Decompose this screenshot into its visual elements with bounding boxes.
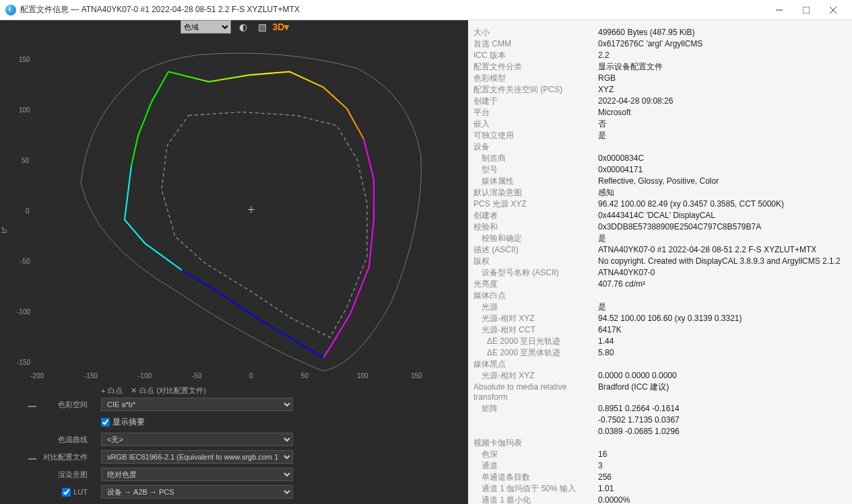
svg-text:100: 100 xyxy=(19,106,30,114)
svg-text:150: 150 xyxy=(19,56,30,63)
info-value: 96.42 100.00 82.49 (xy 0.3457 0.3585, CC… xyxy=(598,199,847,209)
chart-toolbar: 色域 ◐ ▧ 3D▾ xyxy=(0,20,468,34)
info-row: 色深16 xyxy=(473,449,847,460)
gamut-chart[interactable]: b* -200-150-100-50050100150 -150-100-500… xyxy=(0,34,468,379)
svg-rect-1 xyxy=(803,7,810,13)
info-value: 0x0000834C xyxy=(598,153,847,164)
info-key: 矩阵 xyxy=(473,404,598,414)
close-button[interactable] xyxy=(820,0,847,20)
info-key xyxy=(473,415,598,425)
rendering-intent-label: 渲染意图 xyxy=(37,470,94,480)
info-row: 校验和确定是 xyxy=(473,233,847,244)
info-value: 0.8951 0.2664 -0.1614 xyxy=(598,404,847,414)
info-value: 3 xyxy=(598,461,847,471)
info-key: 校验和 xyxy=(473,222,598,232)
rendering-intent-select[interactable]: 绝对色度 xyxy=(101,468,293,481)
profile-gamut-right xyxy=(323,139,374,358)
direction-select[interactable]: 设备 → A2B → PCS xyxy=(101,485,293,499)
info-value: 2.2 xyxy=(598,50,847,61)
info-row: ICC 版本2.2 xyxy=(473,50,847,61)
info-key: 色彩模型 xyxy=(473,73,598,83)
info-value: No copyright. Created with DisplayCAL 3.… xyxy=(598,256,847,266)
info-key: 首选 CMM xyxy=(473,39,598,49)
info-key: 描述 (ASCII) xyxy=(473,245,598,255)
info-key: 通道 xyxy=(473,461,598,471)
info-key: 版权 xyxy=(473,256,598,266)
compare-profile-select[interactable]: sRGB IEC61966-2.1 (Equivalent to www.srg… xyxy=(101,450,293,464)
info-row: 视频卡伽玛表 xyxy=(473,437,847,449)
info-value: 16 xyxy=(598,449,847,460)
info-key: 配置文件分类 xyxy=(473,62,598,72)
info-value: Microsoft xyxy=(598,108,847,118)
info-row: 首选 CMM0x6172676C 'argl' ArgyllCMS xyxy=(473,38,847,50)
svg-text:-100: -100 xyxy=(138,372,152,380)
svg-text:-50: -50 xyxy=(20,258,30,265)
info-value: 0x00004171 xyxy=(598,165,847,175)
info-row: -0.7502 1.7135 0.0367 xyxy=(473,415,847,426)
3d-toggle[interactable]: 3D▾ xyxy=(274,20,288,34)
info-row: PCS 光源 XYZ96.42 100.00 82.49 (xy 0.3457 … xyxy=(473,199,847,210)
info-key: 创建于 xyxy=(473,96,598,106)
info-value: 0.0000 0.0000 0.0000 xyxy=(598,371,847,381)
info-key: 设备 xyxy=(473,142,598,152)
info-key: 默认渲染意图 xyxy=(473,188,598,198)
info-key: 媒体黑点 xyxy=(473,359,598,369)
info-row: 媒体黑点 xyxy=(473,359,847,370)
info-key: ΔE 2000 至日光轨迹 xyxy=(473,336,598,347)
colorspace-label: 色彩空间 xyxy=(37,400,94,410)
info-key: 通道 1 最小化 xyxy=(473,495,598,504)
info-value: XYZ xyxy=(598,85,847,95)
info-value: RGB xyxy=(598,73,847,83)
info-value: -0.7502 1.7135 0.0367 xyxy=(598,415,847,425)
lut-checkbox[interactable] xyxy=(62,488,71,497)
info-value: 0.0389 -0.0685 1.0296 xyxy=(598,427,847,437)
info-key: 型号 xyxy=(473,165,598,175)
info-row: 矩阵0.8951 0.2664 -0.1614 xyxy=(473,403,847,415)
info-key: Absolute to media relative transform xyxy=(473,382,598,402)
info-value xyxy=(598,438,847,448)
info-key: 光源-相对 XYZ xyxy=(473,314,598,324)
show-summary-checkbox[interactable]: 显示摘要 xyxy=(101,417,145,428)
image-icon[interactable]: ▧ xyxy=(255,20,269,34)
svg-text:50: 50 xyxy=(301,372,309,380)
svg-text:50: 50 xyxy=(22,157,30,164)
info-row: 0.0389 -0.0685 1.0296 xyxy=(473,426,847,437)
help-icon[interactable]: ◐ xyxy=(236,20,250,34)
profile-info-panel[interactable]: 大小499660 Bytes (487.95 KiB)首选 CMM0x61726… xyxy=(468,20,852,504)
info-row: 光源-相对 XYZ94.52 100.00 106.60 (xy 0.3139 … xyxy=(473,313,847,324)
info-value: 显示设备配置文件 xyxy=(598,62,847,72)
colorspace-select[interactable]: CIE a*b* xyxy=(101,398,293,411)
svg-text:-50: -50 xyxy=(192,372,202,380)
info-value: 是 xyxy=(598,131,847,141)
info-value: ATNA40YK07-0 xyxy=(598,268,847,278)
info-key: 单通道条目数 xyxy=(473,472,598,482)
info-row: 光源-相对 CCT6417K xyxy=(473,324,847,336)
info-row: 型号0x00004171 xyxy=(473,164,847,176)
info-row: 单通道条目数256 xyxy=(473,472,847,483)
info-key: ΔE 2000 至黑体轨迹 xyxy=(473,348,598,358)
info-value: 感知 xyxy=(598,188,847,198)
info-key: ICC 版本 xyxy=(473,50,598,61)
info-value: 2022-04-28 09:08:26 xyxy=(598,96,847,106)
info-row: 配置文件分类显示设备配置文件 xyxy=(473,61,847,73)
minimize-button[interactable] xyxy=(766,0,793,20)
chart-type-select[interactable]: 色域 xyxy=(181,20,231,34)
info-row: 通道3 xyxy=(473,460,847,472)
tonecurve-select[interactable]: <无> xyxy=(101,433,293,446)
info-row: 校验和0x3DDB8E57388909E2504C797C8B579B7A xyxy=(473,221,847,233)
maximize-button[interactable] xyxy=(793,0,820,20)
info-value: 是 xyxy=(598,302,847,312)
gamut-panel: 色域 ◐ ▧ 3D▾ b* -200-150-100-50050100150 -… xyxy=(0,20,468,504)
info-row: 创建于2022-04-28 09:08:26 xyxy=(473,96,847,107)
info-row: 版权No copyright. Created with DisplayCAL … xyxy=(473,256,847,267)
info-row: 可独立使用是 xyxy=(473,130,847,141)
info-row: 光源是 xyxy=(473,301,847,313)
info-key: 大小 xyxy=(473,28,598,38)
compare-gamut xyxy=(162,112,367,338)
info-value: 0x3DDB8E57388909E2504C797C8B579B7A xyxy=(598,222,847,232)
info-key: 媒体属性 xyxy=(473,176,598,186)
info-key: 光源-相对 XYZ xyxy=(473,371,598,381)
compare-profile-label: 对比配置文件 xyxy=(37,452,94,462)
info-key: 光亮度 xyxy=(473,279,598,289)
info-value: 1.01 xyxy=(598,484,847,494)
